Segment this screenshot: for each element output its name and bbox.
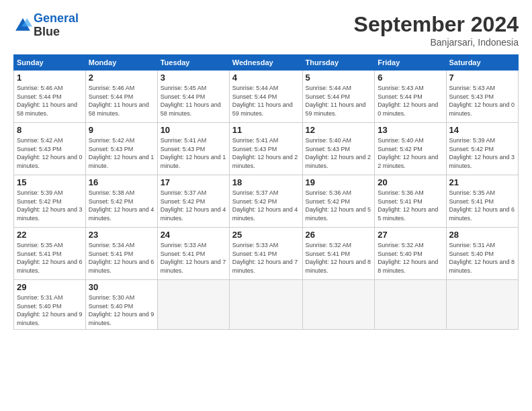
day-detail: Sunrise: 5:33 AMSunset: 5:41 PMDaylight:… — [232, 241, 300, 275]
day-number: 4 — [232, 73, 300, 83]
day-detail: Sunrise: 5:43 AMSunset: 5:43 PMDaylight:… — [449, 84, 515, 118]
day-number: 28 — [449, 230, 515, 240]
day-number: 26 — [306, 230, 372, 240]
day-number: 6 — [378, 73, 443, 83]
day-detail: Sunrise: 5:44 AMSunset: 5:44 PMDaylight:… — [232, 84, 300, 118]
table-row: 24 Sunrise: 5:33 AMSunset: 5:41 PMDaylig… — [157, 228, 229, 280]
day-number: 5 — [306, 73, 372, 83]
day-number: 11 — [232, 125, 300, 135]
table-row: 21 Sunrise: 5:35 AMSunset: 5:41 PMDaylig… — [446, 175, 518, 228]
day-number: 17 — [161, 177, 226, 187]
day-detail: Sunrise: 5:31 AMSunset: 5:40 PMDaylight:… — [17, 293, 83, 327]
day-number: 30 — [89, 282, 154, 292]
day-number: 9 — [89, 125, 154, 135]
day-detail: Sunrise: 5:45 AMSunset: 5:44 PMDaylight:… — [161, 84, 226, 118]
table-row: 9 Sunrise: 5:42 AMSunset: 5:43 PMDayligh… — [85, 123, 157, 175]
col-wednesday: Wednesday — [229, 55, 302, 71]
col-tuesday: Tuesday — [157, 55, 229, 71]
day-number: 12 — [306, 125, 372, 135]
day-detail: Sunrise: 5:37 AMSunset: 5:42 PMDaylight:… — [232, 189, 300, 222]
day-detail: Sunrise: 5:30 AMSunset: 5:40 PMDaylight:… — [89, 293, 154, 327]
day-detail: Sunrise: 5:35 AMSunset: 5:41 PMDaylight:… — [449, 189, 515, 222]
calendar-header-row: Sunday Monday Tuesday Wednesday Thursday… — [14, 55, 519, 71]
table-row: 6 Sunrise: 5:43 AMSunset: 5:44 PMDayligh… — [375, 71, 446, 123]
table-row: 2 Sunrise: 5:46 AMSunset: 5:44 PMDayligh… — [85, 71, 157, 123]
day-number: 25 — [232, 230, 300, 240]
day-detail: Sunrise: 5:32 AMSunset: 5:41 PMDaylight:… — [306, 241, 372, 275]
table-row — [157, 280, 229, 330]
table-row: 20 Sunrise: 5:36 AMSunset: 5:41 PMDaylig… — [375, 175, 446, 228]
table-row: 19 Sunrise: 5:36 AMSunset: 5:42 PMDaylig… — [302, 175, 375, 228]
month-title: September 2024 — [354, 12, 519, 37]
day-number: 14 — [449, 125, 515, 135]
day-number: 1 — [17, 73, 83, 83]
day-number: 13 — [378, 125, 443, 135]
col-monday: Monday — [85, 55, 157, 71]
table-row: 16 Sunrise: 5:38 AMSunset: 5:42 PMDaylig… — [85, 175, 157, 228]
day-detail: Sunrise: 5:41 AMSunset: 5:43 PMDaylight:… — [161, 136, 226, 170]
day-number: 10 — [161, 125, 226, 135]
day-detail: Sunrise: 5:31 AMSunset: 5:40 PMDaylight:… — [449, 241, 515, 275]
table-row: 25 Sunrise: 5:33 AMSunset: 5:41 PMDaylig… — [229, 228, 302, 280]
table-row: 13 Sunrise: 5:40 AMSunset: 5:42 PMDaylig… — [375, 123, 446, 175]
table-row: 3 Sunrise: 5:45 AMSunset: 5:44 PMDayligh… — [157, 71, 229, 123]
day-number: 8 — [17, 125, 83, 135]
day-detail: Sunrise: 5:41 AMSunset: 5:43 PMDaylight:… — [232, 136, 300, 170]
day-detail: Sunrise: 5:39 AMSunset: 5:42 PMDaylight:… — [449, 136, 515, 170]
table-row: 12 Sunrise: 5:40 AMSunset: 5:43 PMDaylig… — [302, 123, 375, 175]
page: General Blue September 2024 Banjarsari, … — [0, 0, 532, 411]
day-number: 20 — [378, 177, 443, 187]
calendar-table: Sunday Monday Tuesday Wednesday Thursday… — [13, 54, 519, 330]
day-number: 24 — [161, 230, 226, 240]
logo-icon — [13, 16, 32, 35]
table-row: 17 Sunrise: 5:37 AMSunset: 5:42 PMDaylig… — [157, 175, 229, 228]
day-number: 29 — [17, 282, 83, 292]
day-detail: Sunrise: 5:34 AMSunset: 5:41 PMDaylight:… — [89, 241, 154, 275]
day-detail: Sunrise: 5:33 AMSunset: 5:41 PMDaylight:… — [161, 241, 226, 275]
header: General Blue September 2024 Banjarsari, … — [13, 12, 519, 48]
day-detail: Sunrise: 5:36 AMSunset: 5:42 PMDaylight:… — [306, 189, 372, 222]
day-number: 22 — [17, 230, 83, 240]
table-row: 8 Sunrise: 5:42 AMSunset: 5:43 PMDayligh… — [14, 123, 86, 175]
day-detail: Sunrise: 5:36 AMSunset: 5:41 PMDaylight:… — [378, 189, 443, 222]
location: Banjarsari, Indonesia — [354, 37, 519, 48]
table-row: 1 Sunrise: 5:46 AMSunset: 5:44 PMDayligh… — [14, 71, 86, 123]
day-detail: Sunrise: 5:44 AMSunset: 5:44 PMDaylight:… — [306, 84, 372, 118]
day-detail: Sunrise: 5:39 AMSunset: 5:42 PMDaylight:… — [17, 189, 83, 222]
day-number: 16 — [89, 177, 154, 187]
col-thursday: Thursday — [302, 55, 375, 71]
day-number: 7 — [449, 73, 515, 83]
day-detail: Sunrise: 5:32 AMSunset: 5:40 PMDaylight:… — [378, 241, 443, 275]
table-row: 22 Sunrise: 5:35 AMSunset: 5:41 PMDaylig… — [14, 228, 86, 280]
table-row — [446, 280, 518, 330]
day-number: 23 — [89, 230, 154, 240]
table-row: 23 Sunrise: 5:34 AMSunset: 5:41 PMDaylig… — [85, 228, 157, 280]
day-number: 21 — [449, 177, 515, 187]
day-detail: Sunrise: 5:40 AMSunset: 5:43 PMDaylight:… — [306, 136, 372, 170]
logo: General Blue — [13, 12, 79, 39]
title-block: September 2024 Banjarsari, Indonesia — [354, 12, 519, 48]
table-row: 11 Sunrise: 5:41 AMSunset: 5:43 PMDaylig… — [229, 123, 302, 175]
day-detail: Sunrise: 5:46 AMSunset: 5:44 PMDaylight:… — [89, 84, 154, 118]
day-number: 3 — [161, 73, 226, 83]
day-detail: Sunrise: 5:38 AMSunset: 5:42 PMDaylight:… — [89, 189, 154, 222]
table-row: 26 Sunrise: 5:32 AMSunset: 5:41 PMDaylig… — [302, 228, 375, 280]
table-row: 10 Sunrise: 5:41 AMSunset: 5:43 PMDaylig… — [157, 123, 229, 175]
table-row: 28 Sunrise: 5:31 AMSunset: 5:40 PMDaylig… — [446, 228, 518, 280]
col-sunday: Sunday — [14, 55, 86, 71]
day-number: 15 — [17, 177, 83, 187]
day-detail: Sunrise: 5:43 AMSunset: 5:44 PMDaylight:… — [378, 84, 443, 118]
table-row: 29 Sunrise: 5:31 AMSunset: 5:40 PMDaylig… — [14, 280, 86, 330]
table-row: 14 Sunrise: 5:39 AMSunset: 5:42 PMDaylig… — [446, 123, 518, 175]
col-saturday: Saturday — [446, 55, 518, 71]
table-row — [375, 280, 446, 330]
table-row — [302, 280, 375, 330]
day-number: 19 — [306, 177, 372, 187]
table-row: 4 Sunrise: 5:44 AMSunset: 5:44 PMDayligh… — [229, 71, 302, 123]
day-number: 18 — [232, 177, 300, 187]
day-detail: Sunrise: 5:35 AMSunset: 5:41 PMDaylight:… — [17, 241, 83, 275]
day-detail: Sunrise: 5:37 AMSunset: 5:42 PMDaylight:… — [161, 189, 226, 222]
day-detail: Sunrise: 5:42 AMSunset: 5:43 PMDaylight:… — [89, 136, 154, 170]
table-row: 30 Sunrise: 5:30 AMSunset: 5:40 PMDaylig… — [85, 280, 157, 330]
table-row: 18 Sunrise: 5:37 AMSunset: 5:42 PMDaylig… — [229, 175, 302, 228]
